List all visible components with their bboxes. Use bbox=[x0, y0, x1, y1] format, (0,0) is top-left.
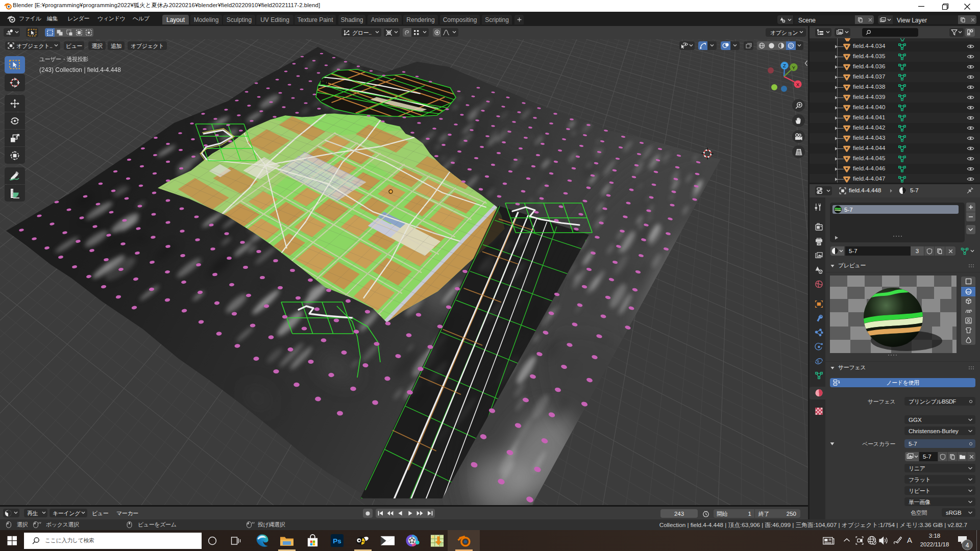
svg-text:4: 4 bbox=[966, 542, 969, 549]
svg-text:Y: Y bbox=[792, 65, 796, 70]
svg-text:X: X bbox=[796, 82, 800, 87]
svg-text:Ps: Ps bbox=[333, 537, 341, 545]
svg-text:Z: Z bbox=[783, 63, 786, 68]
